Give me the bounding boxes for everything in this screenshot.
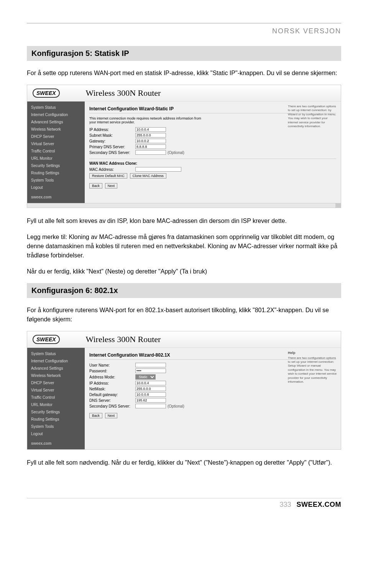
router-title: Wireless 300N Router [86, 334, 161, 344]
sidebar-item[interactable]: Routing Settings [27, 169, 85, 177]
sidebar-item[interactable]: URL Monitor [27, 155, 85, 162]
screenshot-static-ip: SWEEX Wireless 300N Router System Status… [27, 85, 341, 208]
dns2-label: Secondary DNS Server: [89, 151, 135, 155]
page-number: 333 [279, 501, 291, 509]
section-6-title: Konfigurasjon 6: 802.1x [27, 283, 341, 298]
mask-input[interactable] [135, 387, 166, 391]
router-title: Wireless 300N Router [86, 88, 161, 98]
sidebar-item[interactable]: Advanced Settings [27, 365, 85, 372]
panel-desc: This internet connection mode requires n… [89, 116, 204, 124]
clone-mac-button[interactable]: Clone MAC Address [130, 173, 166, 179]
user-label: User Name: [89, 363, 135, 367]
sidebar-item[interactable]: System Status [27, 350, 85, 357]
optional-label: (Optional) [168, 404, 184, 408]
sidebar-item[interactable]: Security Settings [27, 408, 85, 416]
ip-label: IP Address: [89, 128, 135, 132]
mask-label: NetMask: [89, 387, 135, 391]
sidebar-item[interactable]: Internet Configuration [27, 357, 85, 365]
gw-label: Gateway: [89, 139, 135, 143]
sidebar-item[interactable]: Routing Settings [27, 416, 85, 423]
version-label: NORSK VERSJON [27, 27, 341, 35]
sidebar-brand: sweex.com [27, 191, 85, 201]
back-button[interactable]: Back [89, 413, 102, 418]
sidebar-item[interactable]: Virtual Server [27, 387, 85, 394]
ip-label: IP Address: [89, 381, 135, 385]
pass-input[interactable] [135, 369, 166, 373]
section-6-intro: For å konfigurere ruterens WAN-port for … [27, 306, 341, 324]
gw-input[interactable] [135, 392, 166, 397]
sidebar-item[interactable]: DHCP Server [27, 379, 85, 387]
sidebar-item[interactable]: Virtual Server [27, 140, 85, 147]
sidebar-item[interactable]: Advanced Settings [27, 118, 85, 126]
router-sidebar: System Status Internet Configuration Adv… [27, 102, 85, 203]
ip-input[interactable] [135, 381, 166, 385]
router-logo: SWEEX [33, 88, 60, 98]
mask-input[interactable] [135, 133, 166, 138]
screenshot-8021x: SWEEX Wireless 300N Router System Status… [27, 331, 341, 450]
section-5-para2: Legg merke til: Kloning av MAC-adresse m… [27, 233, 341, 260]
mac-label: MAC Address: [89, 167, 135, 172]
sidebar-item[interactable]: System Status [27, 104, 85, 111]
sidebar-item[interactable]: DHCP Server [27, 133, 85, 140]
router-logo: SWEEX [33, 335, 60, 344]
dns2-input[interactable] [135, 404, 166, 408]
dns2-label: Secondary DNS Server: [89, 404, 135, 408]
section-5-para1: Fyll ut alle felt som kreves av din ISP,… [27, 216, 341, 226]
next-button[interactable]: Next [105, 413, 118, 418]
sidebar-item[interactable]: Traffic Control [27, 147, 85, 155]
sidebar-item[interactable]: Traffic Control [27, 394, 85, 401]
ip-input[interactable] [135, 127, 166, 132]
sidebar-item[interactable]: URL Monitor [27, 401, 85, 408]
mode-select[interactable]: Static [135, 374, 156, 380]
gw-input[interactable] [135, 139, 166, 143]
sidebar-item[interactable]: System Tools [27, 423, 85, 430]
help-box: HelpThere are two configuration options … [288, 351, 338, 384]
pass-label: Password: [89, 369, 135, 373]
dns1-label: DNS Server: [89, 398, 135, 403]
dns1-label: Primary DNS Server: [89, 145, 135, 149]
sidebar-item[interactable]: Wireless Network [27, 372, 85, 379]
footer-brand: SWEEX.COM [296, 501, 341, 509]
dns1-input[interactable] [135, 144, 166, 149]
mode-label: Address Mode: [89, 375, 135, 379]
section-5-para3: Når du er ferdig, klikk "Next" (Neste) o… [27, 267, 341, 276]
sidebar-item[interactable]: Wireless Network [27, 126, 85, 133]
mask-label: Subnet Mask: [89, 133, 135, 138]
next-button[interactable]: Next [105, 183, 118, 188]
user-input[interactable] [135, 363, 166, 367]
sidebar-item[interactable]: Logout [27, 430, 85, 437]
sidebar-item[interactable]: Internet Configuration [27, 111, 85, 118]
scrollbar[interactable] [27, 203, 341, 208]
section-5-title: Konfigurasjon 5: Statisk IP [27, 46, 341, 61]
gw-label: Default gateway: [89, 393, 135, 397]
optional-label: (Optional) [168, 151, 184, 155]
back-button[interactable]: Back [89, 183, 102, 188]
sidebar-item[interactable]: Security Settings [27, 162, 85, 169]
sidebar-item[interactable]: System Tools [27, 177, 85, 184]
mac-input[interactable] [135, 167, 181, 172]
sidebar-item[interactable]: Logout [27, 184, 85, 191]
mac-title: WAN MAC Address Clone: [89, 161, 336, 165]
section-6-outro: Fyll ut alle felt som nødvendig. Når du … [27, 458, 341, 467]
dns1-input[interactable] [135, 398, 166, 403]
help-box: There are two configuration options to s… [288, 105, 338, 128]
section-5-intro: For å sette opp ruterens WAN-port med en… [27, 69, 341, 78]
dns2-input[interactable] [135, 150, 166, 155]
router-sidebar: System Status Internet Configuration Adv… [27, 348, 85, 449]
restore-mac-button[interactable]: Restore Default MAC [89, 173, 127, 179]
sidebar-brand: sweex.com [27, 437, 85, 447]
